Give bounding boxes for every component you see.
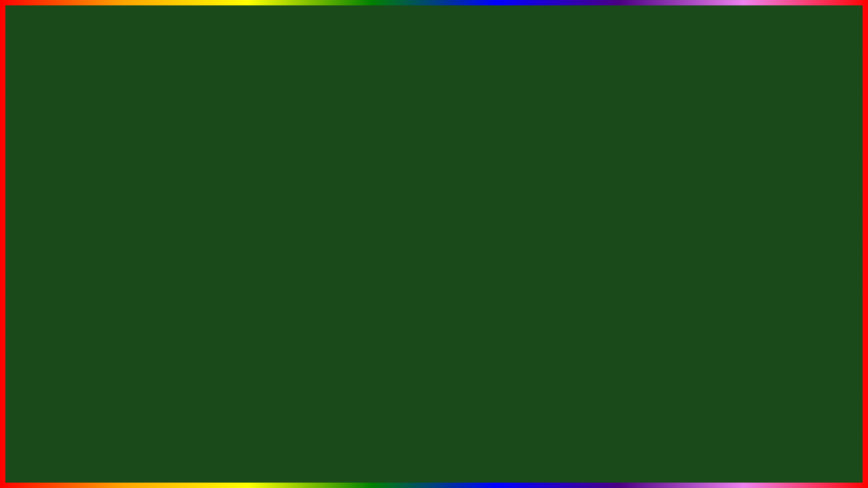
hp-display: 12595/12595 <box>5 457 73 474</box>
skill-mastery-4: Maes. 30[ [V <box>821 232 863 240</box>
person-icon[interactable]: 👤 <box>5 203 27 225</box>
skill-name-5: Cintilação do... <box>720 245 832 255</box>
ken-status-value: 😊 <box>109 285 119 295</box>
tab-main[interactable]: Main <box>62 68 90 81</box>
castle-raid-label: Auto Castle Raid <box>79 248 135 256</box>
home-icon[interactable]: 🏠 <box>5 230 27 252</box>
divider-3 <box>68 282 234 283</box>
bf-text: Blox Fruit) <box>814 24 858 34</box>
citizen-quest-row: Auto Citizen Quest <box>68 258 234 268</box>
skill-name-3: Ataque pós-imagem <box>720 217 821 226</box>
skill-mastery-3: Maes. 10[ [C <box>821 218 863 226</box>
auto-train-obs-row: Auto Train Observation <box>68 303 234 314</box>
skill-item: Ataque pós-imagem Maes. 10[ [C <box>720 215 863 229</box>
up-134: UP! (134) <box>816 95 858 106</box>
mastery-farm-checkbox[interactable] <box>68 163 76 171</box>
skill-item: Transformação Maes. 30[ [V <box>720 229 863 243</box>
check-symbol: ✓ <box>336 176 376 224</box>
ken-status-row: Ken Status: 😊 <box>68 285 234 295</box>
active-haki-row: Active Observation Haki <box>249 127 420 138</box>
skill-name-4: Transformação <box>720 231 821 241</box>
skill-mastery-5: Maes. 20 <box>832 246 863 254</box>
exp-text: Earned 98747 Exp. (+Blox Fruit) <box>371 9 497 19</box>
check-circle: ✓ <box>312 156 400 244</box>
skill-name-1: Revólver de dedo <box>720 188 833 198</box>
elite-hunter-row: Auto Elite Hunter <box>68 268 234 279</box>
citizen-quest-checkbox[interactable] <box>68 259 76 267</box>
auto-checkbox[interactable] <box>68 87 76 96</box>
auto-train-rejoin-checkbox[interactable] <box>68 338 76 346</box>
auto-killing-boss-checkbox[interactable] <box>249 250 257 258</box>
elite-hunter-checkbox[interactable] <box>68 270 76 278</box>
mob-aura-checkbox[interactable] <box>68 237 76 245</box>
lock-close-label: Lock Level [Close] <box>260 187 321 195</box>
elite-hunter-label: Auto Elite Hunter <box>79 270 135 278</box>
active-haki-label: Active Observation Haki <box>260 129 339 137</box>
warning-icon[interactable]: !! <box>5 400 33 427</box>
mastery-for-select[interactable]: Blox Fruit Sword Gun Melee <box>68 198 234 211</box>
skill-item: Cintilação do... Maes. 20 <box>720 243 863 258</box>
skills-panel: Revólver de dedo Maes. [Z Chute Espiral … <box>720 186 863 258</box>
auto-train-obs-checkbox[interactable] <box>68 304 76 312</box>
bring-mob-row: Bring Mob <box>249 106 420 117</box>
skill-mastery-2: Maes. 5[ [X <box>825 203 863 211</box>
hp-value: 12595/12595 <box>12 460 67 471</box>
weapon-type-label: Weapon Type <box>249 81 420 89</box>
active-buso-row: Active Buso <box>249 117 420 127</box>
auto-train-rejoin-row: Auto Train Observation + Rejoin <box>68 337 234 348</box>
leopardo-text: LEOPARDO <box>789 166 863 180</box>
platform <box>477 427 712 447</box>
skill-item: Revólver de dedo Maes. [Z <box>720 186 863 201</box>
left-num-4: 2595 <box>5 261 36 277</box>
delay-label: Delay: 120sec <box>68 295 234 303</box>
skill-item: Chute Espiral Maes. 5[ [X <box>720 201 863 215</box>
anti-reset-banner: ANTI-RESET <box>271 361 712 407</box>
electron-label: ELECTRON <box>437 249 705 303</box>
bring-mob-label: Bring Mob <box>260 107 294 115</box>
auto-killing-checkbox[interactable] <box>249 239 257 247</box>
active-buso-label: Active Buso <box>260 118 299 126</box>
castle-raid-checkbox[interactable] <box>68 248 76 256</box>
weapon-type-select[interactable]: Melee Sword Gun <box>249 91 420 104</box>
num-4700: 4700 <box>814 61 841 75</box>
auto-label: Au... <box>79 87 94 96</box>
anti-reset-text: ANTI-RESET <box>366 359 618 409</box>
lock-close-checkbox[interactable] <box>249 187 257 195</box>
num-35: 35 <box>842 119 863 140</box>
cluida-text: CLUIDA!> <box>807 41 858 53</box>
health-label: Health % <box>68 172 98 180</box>
mob-aura-row: Mob Aura <box>68 236 234 247</box>
health-progress-fill <box>68 182 93 187</box>
left-icons: 👤 🏠 <box>5 203 27 252</box>
castle-raid-row: Auto Castle Raid <box>68 247 234 258</box>
auto-train-rejoin-label: Auto Train Observation + Rejoin <box>79 338 184 346</box>
mob-aura-label: Mob Aura <box>79 237 111 245</box>
skill-mastery-1: Maes. [Z <box>833 189 863 197</box>
lock-kick-label: Lock Level [Kick] <box>260 176 316 184</box>
funcionando-text: FUNCIONANDO!! <box>258 27 719 76</box>
auto-train-delay-label: Auto Train Observation Delay <box>68 314 234 322</box>
main-title-area: FUNCIONANDO!! <box>258 27 719 76</box>
auto-train-delay-input[interactable] <box>68 323 234 336</box>
other-header: Other <box>68 219 234 233</box>
divider-2 <box>68 216 234 216</box>
bypass-tp-row: Bypass TP (will kill ur self) <box>249 138 420 149</box>
agilidade-label: Agilidade <box>146 466 171 472</box>
bypass-tp-label: Bypass TP (will kill ur self) <box>260 140 346 148</box>
exp-none: Exp. (+None) <box>806 78 858 88</box>
exp-bar: Earned 98747 Exp. (+Blox Fruit) <box>363 7 505 21</box>
auto-train-obs-label: Auto Train Observation <box>79 304 155 312</box>
up-135: UP! (135) <box>816 146 858 157</box>
citizen-quest-label: Auto Citizen Quest <box>79 259 141 267</box>
ken-status-label: Ken Status: <box>68 286 106 294</box>
level-cap-label: Level Cap <box>249 152 420 160</box>
lock-kick-checkbox[interactable] <box>249 176 257 184</box>
accept-quest-checkbox[interactable] <box>249 261 257 269</box>
skill-name-2: Chute Espiral <box>720 203 825 212</box>
